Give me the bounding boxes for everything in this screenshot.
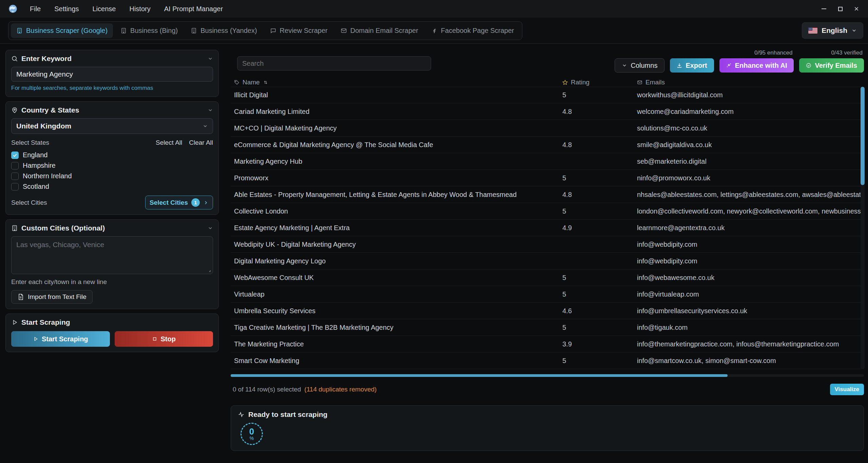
vertical-scrollbar[interactable] (861, 87, 865, 369)
custom-cities-header[interactable]: Custom Cities (Optional) (11, 224, 213, 232)
tab-label: Domain Email Scraper (350, 27, 418, 35)
scraping-card: Start Scraping Start Scraping Stop (5, 314, 219, 352)
menu-item[interactable]: File (30, 5, 41, 13)
search-input[interactable] (237, 56, 431, 71)
state-checkbox[interactable] (11, 183, 19, 190)
chat-bubble-icon (270, 27, 276, 34)
menu-item[interactable]: AI Prompt Manager (164, 5, 223, 13)
state-checkbox[interactable] (11, 152, 19, 159)
envelope-icon (637, 80, 642, 85)
keyword-card-header[interactable]: Enter Keyword (11, 55, 213, 63)
table-row[interactable]: Smart Cow Marketing 5 info@smartcow.co.u… (231, 353, 864, 369)
cell-emails: nhsales@ableestates.com, lettings@ablees… (634, 191, 864, 199)
start-button-label: Start Scraping (42, 335, 88, 343)
table-row[interactable]: Promoworx 5 ninfo@promoworx.co.uk (231, 170, 864, 186)
keyword-input[interactable] (11, 67, 213, 82)
export-button[interactable]: Export (670, 58, 714, 73)
chevron-down-icon (622, 63, 627, 68)
country-select[interactable]: United Kingdom (11, 118, 213, 134)
country-card-header[interactable]: Country & States (11, 106, 213, 114)
table-row[interactable]: Estate Agency Marketing | Agent Extra 4.… (231, 220, 864, 236)
state-item[interactable]: Hampshire (11, 160, 213, 171)
cell-rating: 5 (559, 290, 634, 298)
table-row[interactable]: Illicit Digital 5 workwithus@illicitdigi… (231, 87, 864, 103)
emails-column-header[interactable]: Emails (634, 79, 864, 86)
menu-item[interactable]: Settings (54, 5, 79, 13)
resize-handle[interactable] (206, 267, 211, 273)
stop-button[interactable]: Stop (115, 331, 213, 347)
cell-name: eCommerce & Digital Marketing Agency @ T… (231, 141, 559, 149)
scraper-tab[interactable]: Facebook Page Scraper (426, 23, 520, 38)
cell-rating: 5 (559, 207, 634, 215)
close-button[interactable] (850, 3, 863, 15)
enhanced-count: 0/95 enhanced (754, 49, 794, 56)
menu-item[interactable]: History (129, 5, 150, 13)
state-checkbox[interactable] (11, 173, 19, 180)
progress-message: Ready to start scraping (248, 410, 327, 419)
sort-icon[interactable] (263, 80, 268, 85)
custom-cities-title: Custom Cities (Optional) (21, 224, 105, 232)
scraper-tabs: Business Scraper (Google) Business (Bing… (8, 21, 522, 40)
cell-rating: 5 (559, 324, 634, 331)
select-cities-button-label: Select Cities (150, 199, 188, 206)
table-row[interactable]: Marketing Agency Hub seb@marketerio.digi… (231, 153, 864, 170)
scraper-tab[interactable]: Review Scraper (265, 23, 333, 38)
states-header: Select States Select All Clear All (11, 139, 213, 146)
clear-all-link[interactable]: Clear All (189, 139, 213, 146)
custom-cities-hint: Enter each city/town in a new line (11, 278, 213, 286)
status-bar: 0 of 114 row(s) selected (114 duplicates… (233, 383, 864, 396)
start-scraping-button[interactable]: Start Scraping (11, 331, 110, 347)
name-column-header[interactable]: Name (231, 79, 559, 86)
scraper-tab[interactable]: Business Scraper (Google) (11, 23, 113, 38)
visualize-button[interactable]: Visualize (830, 384, 864, 395)
select-states-label: Select States (11, 139, 49, 146)
progress-panel: Ready to start scraping 0 % (231, 405, 864, 451)
table-row[interactable]: Cariad Marketing Limited 4.8 welcome@car… (231, 103, 864, 120)
state-label: Scotland (23, 183, 49, 190)
sidebar: Enter Keyword For multiple searches, sep… (5, 50, 219, 357)
table-row[interactable]: Able Estates - Property Management, Lett… (231, 186, 864, 203)
state-checkbox[interactable] (11, 162, 19, 169)
table-row[interactable]: Virtualeap 5 info@virtualeap.com (231, 286, 864, 303)
state-item[interactable]: England (11, 150, 213, 160)
cell-emails: ninfo@promoworx.co.uk (634, 174, 864, 182)
table-row[interactable]: WebAwesome Consult UK 5 info@webawesome.… (231, 269, 864, 286)
enhance-with-ai-button[interactable]: Enhance with AI (719, 58, 794, 73)
rating-column-header[interactable]: Rating (559, 79, 634, 86)
cell-name: The Marketing Practice (231, 340, 559, 348)
cities-count-badge: 1 (191, 198, 200, 207)
table-row[interactable]: Webdipity UK - Digital Marketing Agency … (231, 236, 864, 253)
select-cities-button[interactable]: Select Cities 1 (145, 196, 213, 209)
cell-name: Estate Agency Marketing | Agent Extra (231, 224, 559, 232)
table-row[interactable]: Collective London 5 london@collectivewor… (231, 203, 864, 220)
scraper-tab[interactable]: Business (Yandex) (185, 23, 262, 38)
custom-cities-textarea[interactable] (11, 236, 213, 274)
columns-button[interactable]: Columns (615, 58, 664, 73)
language-selector[interactable]: English (802, 22, 863, 39)
state-item[interactable]: Northern Ireland (11, 171, 213, 181)
maximize-button[interactable] (833, 3, 847, 15)
scraper-tab[interactable]: Business (Bing) (115, 23, 183, 38)
cell-rating: 3.9 (559, 340, 634, 348)
table-row[interactable]: Digital Marketing Agency Logo info@webdi… (231, 253, 864, 269)
table-row[interactable]: Tiga Creative Marketing | The B2B Market… (231, 319, 864, 336)
minimize-button[interactable] (817, 3, 831, 15)
state-item[interactable]: Scotland (11, 181, 213, 192)
verify-emails-button[interactable]: Verify Emails (799, 58, 864, 73)
tab-label: Business (Yandex) (200, 27, 257, 35)
table-row[interactable]: MC+CO | Digital Maketing Agency solution… (231, 120, 864, 137)
scraper-tab[interactable]: Domain Email Scraper (335, 23, 424, 38)
menu-item[interactable]: License (93, 5, 116, 13)
table-row[interactable]: The Marketing Practice 3.9 info@themarke… (231, 336, 864, 353)
horizontal-scrollbar-thumb[interactable] (231, 374, 728, 377)
cell-emails: solutions@mc-co.co.uk (634, 124, 864, 132)
import-text-file-button[interactable]: Import from Text File (11, 290, 93, 304)
table-row[interactable]: eCommerce & Digital Marketing Agency @ T… (231, 137, 864, 153)
cell-rating: 4.9 (559, 224, 634, 232)
table-row[interactable]: Umbrella Security Services 4.6 info@umbr… (231, 303, 864, 319)
vertical-scrollbar-thumb[interactable] (861, 87, 865, 185)
horizontal-scrollbar[interactable] (231, 374, 864, 377)
select-all-link[interactable]: Select All (156, 139, 182, 146)
chevron-down-icon (851, 28, 857, 33)
cell-rating: 5 (559, 274, 634, 282)
